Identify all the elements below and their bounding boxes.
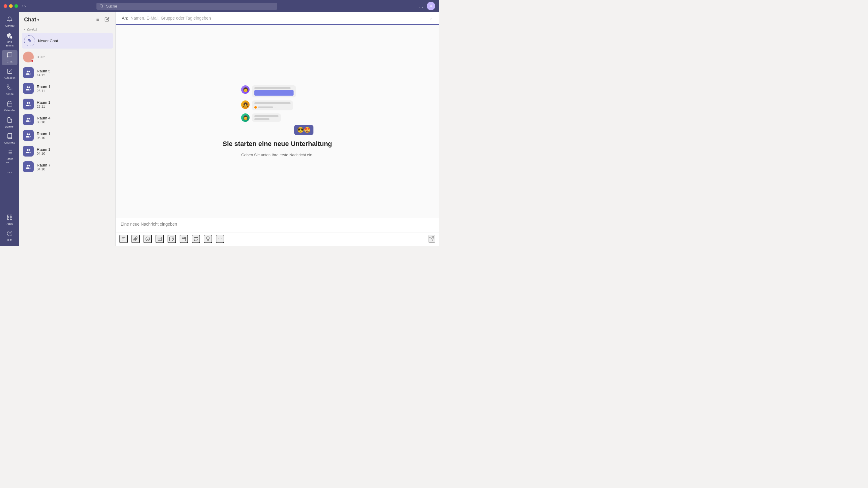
schedule-button[interactable]	[180, 235, 188, 243]
svg-point-27	[27, 102, 29, 104]
titlebar-actions: ... U	[419, 2, 435, 10]
chat-item-raum1b[interactable]: Raum 1 23.11	[19, 96, 116, 112]
raum1a-name: Raum 1	[37, 84, 112, 89]
section-label-text: Zuletzt	[27, 27, 37, 31]
anrufe-label: Anrufe	[6, 93, 14, 96]
raum1b-time: 23.11	[37, 105, 45, 108]
raum1c-time: 05.10	[37, 136, 45, 140]
raum1a-time: 26.11	[37, 89, 45, 93]
forward-arrow[interactable]: ›	[24, 4, 26, 8]
message-input-box[interactable]	[116, 218, 439, 233]
illus-bubble-3	[252, 113, 281, 122]
back-arrow[interactable]: ‹	[22, 4, 23, 8]
raum1d-time: 04.10	[37, 152, 45, 155]
svg-rect-13	[7, 215, 9, 217]
teams-count-label: 883 Teams	[4, 41, 15, 47]
minimize-dot[interactable]	[9, 4, 13, 8]
sidebar-item-apps[interactable]: Apps	[2, 212, 18, 227]
svg-rect-14	[10, 215, 12, 217]
emoji-button[interactable]	[144, 235, 152, 243]
chat-sidebar: Chat ▾	[19, 12, 116, 246]
illus-avatar-3: 👩	[241, 113, 250, 122]
svg-point-17	[7, 231, 12, 236]
chat-item-raum1a[interactable]: Raum 1 26.11	[19, 81, 116, 96]
svg-point-29	[27, 133, 29, 135]
icon-rail: Aktivität 883 Teams Chat	[0, 12, 19, 246]
help-icon	[7, 230, 13, 238]
sidebar-item-tasks[interactable]: Tasks von ...	[2, 147, 18, 166]
chat-item-raum7[interactable]: Raum 7 04.10	[19, 159, 116, 175]
gif-button[interactable]: GIF	[156, 235, 164, 243]
reaction-line	[258, 107, 273, 108]
raum1b-info: Raum 1 23.11	[37, 100, 112, 108]
room1a-avatar	[23, 83, 34, 94]
close-dot[interactable]	[4, 4, 7, 8]
sidebar-item-onenote[interactable]: OneNote	[2, 131, 18, 146]
new-conversation-heading: Sie starten eine neue Unterhaltung	[222, 140, 332, 148]
more-toolbar-button[interactable]	[216, 235, 224, 243]
chat-item-raum5[interactable]: Raum 5 14.12	[19, 65, 116, 81]
teams-icon	[7, 33, 13, 40]
more-options-button[interactable]: ...	[419, 3, 423, 9]
unknown-chat-info: 08.02	[37, 55, 112, 59]
to-bar: An: ⌄	[116, 12, 439, 25]
user-avatar[interactable]: U	[427, 2, 435, 10]
illustration-bubbles: 🧑 👧 ···	[241, 85, 313, 135]
chat-item-unknown[interactable]: 08.02	[19, 49, 116, 65]
send-button[interactable]	[429, 235, 435, 243]
chat-title-chevron[interactable]: ▾	[37, 18, 39, 22]
sidebar-item-aufgaben[interactable]: Aufgaben	[2, 66, 18, 81]
message-input[interactable]	[121, 222, 434, 227]
activity-icon	[7, 16, 13, 24]
svg-point-34	[146, 237, 150, 241]
sidebar-item-aktivitat[interactable]: Aktivität	[2, 15, 18, 30]
raum4-name: Raum 4	[37, 116, 112, 120]
new-chat-avatar: ✎	[24, 35, 35, 46]
illus-line-1a	[254, 87, 290, 89]
chat-item-raum4[interactable]: Raum 4 08.10	[19, 112, 116, 127]
raum1b-name: Raum 1	[37, 100, 112, 105]
chat-title-group: Chat ▾	[24, 17, 39, 23]
unknown-chat-time: 08.02	[37, 55, 45, 59]
maximize-dot[interactable]	[14, 4, 18, 8]
sidebar-item-kalender[interactable]: Kalender	[2, 99, 18, 114]
aktivitat-label: Aktivität	[5, 24, 14, 28]
more-icon: ···	[7, 169, 12, 176]
compose-button[interactable]	[103, 16, 111, 24]
svg-rect-15	[10, 218, 12, 220]
raum1c-name: Raum 1	[37, 132, 112, 136]
message-toolbar: GIF	[116, 233, 439, 246]
svg-text:GIF: GIF	[158, 238, 161, 240]
svg-point-28	[27, 118, 29, 119]
attach-button[interactable]	[131, 235, 140, 243]
sticker-button[interactable]	[167, 235, 176, 243]
sidebar-item-dateien[interactable]: Dateien	[2, 115, 18, 130]
sidebar-item-teams[interactable]: 883 Teams	[2, 31, 18, 49]
svg-rect-39	[182, 237, 186, 241]
sidebar-item-more[interactable]: ···	[2, 167, 18, 178]
message-input-area: GIF	[116, 218, 439, 246]
sidebar-item-chat[interactable]: Chat	[2, 50, 18, 65]
room1c-avatar	[23, 130, 34, 141]
room4-avatar	[23, 114, 34, 125]
sidebar-item-anrufe[interactable]: Anrufe	[2, 83, 18, 98]
chat-item-raum1d[interactable]: Raum 1 04.10	[19, 143, 116, 159]
format-button[interactable]	[119, 235, 128, 243]
praise-button[interactable]	[204, 235, 212, 243]
filter-button[interactable]	[94, 16, 101, 24]
raum4-time: 08.10	[37, 120, 45, 124]
new-chat-item[interactable]: ✎ Neuer Chat	[22, 33, 113, 49]
loop-button[interactable]	[192, 235, 200, 243]
section-chevron[interactable]: ▾	[24, 28, 26, 31]
to-chevron[interactable]: ⌄	[429, 16, 433, 21]
sidebar-item-hilfe[interactable]: Hilfe	[2, 229, 18, 244]
search-icon	[99, 4, 103, 8]
illus-line-3b	[254, 118, 270, 120]
apps-icon	[7, 214, 13, 222]
illus-avatar-1: 🧑	[241, 85, 250, 94]
chat-item-raum1c[interactable]: Raum 1 05.10	[19, 127, 116, 143]
search-input[interactable]	[106, 4, 275, 8]
new-chat-icon: ✎	[28, 38, 32, 44]
to-input[interactable]	[130, 16, 427, 21]
main-content: An: ⌄ 🧑 👧	[116, 12, 439, 246]
